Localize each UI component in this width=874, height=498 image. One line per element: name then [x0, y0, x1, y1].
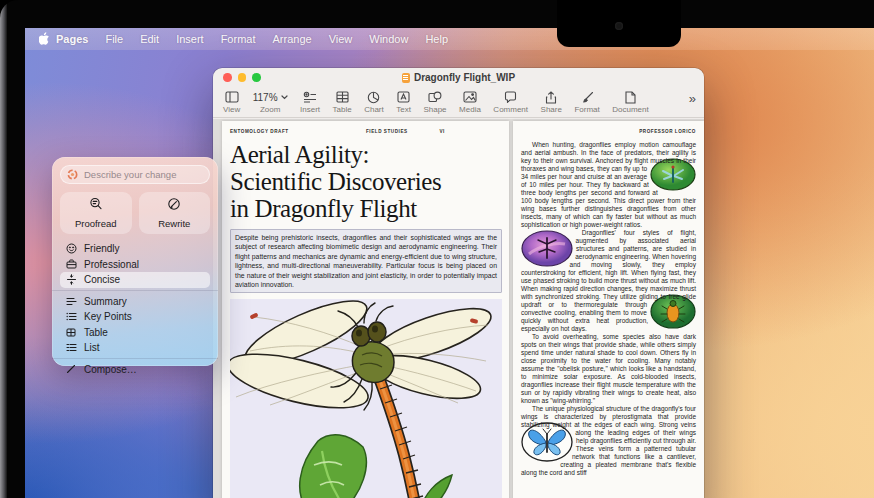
toolbar-comment[interactable]: Comment: [493, 90, 528, 114]
summary-icon: [65, 297, 77, 306]
writing-tools-concise[interactable]: Concise: [60, 272, 210, 288]
writing-tools-list[interactable]: List: [60, 340, 210, 356]
media-icon: [463, 90, 477, 104]
document-icon: [625, 90, 636, 104]
running-head-right: VI: [439, 129, 502, 134]
writing-tools-friendly[interactable]: Friendly: [60, 241, 210, 257]
professional-icon: [65, 259, 77, 269]
oval-insect-photo[interactable]: [650, 294, 696, 329]
rewrite-icon: [167, 197, 181, 215]
menu-divider: [52, 290, 218, 291]
facetime-camera: [615, 22, 623, 30]
pages-window: Dragonfly Flight_WIP View117%ZoomInsertT…: [213, 68, 704, 498]
comment-icon: [504, 90, 517, 104]
macbook-screen: PagesFileEditInsertFormatArrangeViewWind…: [0, 0, 874, 498]
article-title: Aerial Agility: Scientific Discoveries i…: [230, 141, 502, 222]
writing-tools-professional[interactable]: Professional: [60, 257, 210, 273]
rewrite-label: Rewrite: [158, 218, 190, 229]
table-icon: [336, 90, 349, 104]
menu-file[interactable]: File: [105, 33, 123, 45]
describe-change-field[interactable]: [82, 168, 203, 181]
writing-tools-key-points[interactable]: Key Points: [60, 309, 210, 325]
keypoints-icon: [65, 312, 77, 321]
dragonfly-illustration[interactable]: [230, 299, 502, 498]
table-icon: [65, 328, 77, 337]
menu-help[interactable]: Help: [425, 33, 448, 45]
menu-view[interactable]: View: [329, 33, 353, 45]
proofread-label: Proofread: [75, 218, 117, 229]
body-paragraph: The unique physiological structure of th…: [521, 405, 696, 477]
minimize-button[interactable]: [238, 73, 247, 82]
writing-tools-compose[interactable]: Compose…: [60, 362, 210, 378]
writing-tools-table[interactable]: Table: [60, 325, 210, 341]
chart-icon: [367, 90, 380, 104]
menu-arrange[interactable]: Arrange: [272, 33, 311, 45]
share-icon: [545, 90, 557, 104]
apple-logo-icon[interactable]: [39, 32, 52, 47]
document-canvas: ENTOMOLOGY DRAFT FIELD STUDIES VI Aerial…: [213, 119, 704, 498]
desktop-wallpaper: PagesFileEditInsertFormatArrangeViewWind…: [25, 28, 874, 498]
apple-intelligence-icon: [67, 166, 78, 184]
running-head-mid: FIELD STUDIES: [366, 129, 439, 134]
fullscreen-button[interactable]: [252, 73, 261, 82]
menu-window[interactable]: Window: [369, 33, 408, 45]
body-paragraph: Dragonflies' four styles of flight, augm…: [521, 229, 696, 333]
running-head-author: PROFESSOR LORICO: [521, 129, 696, 134]
toolbar-zoom[interactable]: 117%Zoom: [253, 90, 288, 114]
toolbar-media[interactable]: Media: [459, 90, 481, 114]
oval-butterfly-photo[interactable]: [521, 422, 573, 462]
menu-pages[interactable]: Pages: [56, 33, 88, 45]
document-page-2: PROFESSOR LORICO When hunting, dragonfli…: [513, 121, 704, 498]
text-icon: [397, 90, 410, 104]
friendly-icon: [65, 243, 77, 254]
writing-tools-summary[interactable]: Summary: [60, 294, 210, 310]
toolbar-chart[interactable]: Chart: [364, 90, 384, 114]
pages-toolbar: View117%ZoomInsertTableChartTextShapeMed…: [213, 87, 704, 118]
window-title: Dragonfly Flight_WIP: [414, 72, 515, 83]
shape-icon: [428, 90, 442, 104]
toolbar-overflow-chevrons-icon[interactable]: »: [689, 87, 696, 106]
zoom-chevron-icon: 117%: [253, 90, 288, 104]
toolbar-format[interactable]: Format: [574, 90, 599, 114]
concise-icon: [65, 274, 77, 285]
menu-edit[interactable]: Edit: [140, 33, 159, 45]
format-icon: [581, 90, 594, 104]
body-paragraph: When hunting, dragonflies employ motion …: [521, 141, 696, 229]
toolbar-share[interactable]: Share: [541, 90, 562, 114]
menu-insert[interactable]: Insert: [176, 33, 204, 45]
window-titlebar: Dragonfly Flight_WIP: [213, 68, 704, 87]
menu-format[interactable]: Format: [221, 33, 256, 45]
describe-change-input[interactable]: [60, 165, 210, 184]
insert-icon: [303, 90, 317, 104]
selected-intro-paragraph[interactable]: Despite being prehistoric insects, drago…: [230, 229, 502, 293]
pages-document-icon: [402, 73, 410, 83]
proofread-button[interactable]: Proofread: [60, 192, 132, 234]
menu-divider: [52, 358, 218, 359]
toolbar-view[interactable]: View: [223, 90, 240, 114]
sidebar-view-icon: [225, 90, 239, 104]
writing-tools-popup: Proofread Rewrite FriendlyProfessionalCo…: [52, 157, 218, 366]
oval-dragonfly-photo[interactable]: [650, 158, 696, 191]
body-paragraph: To avoid overheating, some species also …: [521, 333, 696, 405]
menu-bar: PagesFileEditInsertFormatArrangeViewWind…: [25, 28, 874, 50]
rewrite-button[interactable]: Rewrite: [139, 192, 211, 234]
document-page-1: ENTOMOLOGY DRAFT FIELD STUDIES VI Aerial…: [222, 121, 509, 498]
toolbar-insert[interactable]: Insert: [300, 90, 320, 114]
laptop-bezel-edge: [0, 0, 7, 498]
toolbar-document[interactable]: Document: [612, 90, 648, 114]
compose-icon: [65, 364, 77, 374]
list-icon: [65, 343, 77, 352]
oval-purple-dragonfly-photo[interactable]: [521, 230, 573, 267]
display-notch: [557, 0, 681, 47]
close-button[interactable]: [223, 73, 232, 82]
toolbar-table[interactable]: Table: [333, 90, 352, 114]
toolbar-shape[interactable]: Shape: [423, 90, 446, 114]
toolbar-text[interactable]: Text: [396, 90, 411, 114]
running-head-left: ENTOMOLOGY DRAFT: [230, 129, 366, 134]
proofread-magnifier-icon: [89, 197, 103, 215]
